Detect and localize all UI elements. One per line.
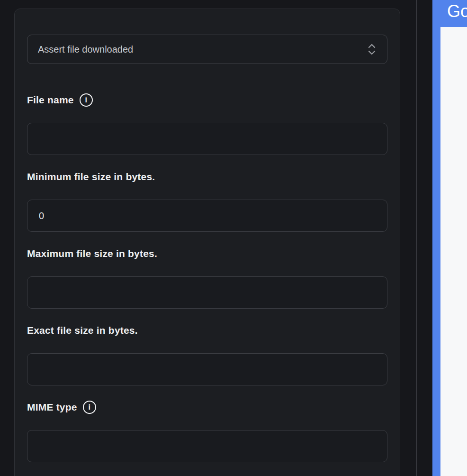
info-icon[interactable]: i [80,93,93,107]
preview-page-header: Go [432,0,467,27]
field-label-row: Maximum file size in bytes. [27,246,387,261]
step-editor-screen: Assert file downloaded File name i Minim… [0,0,467,476]
exact-file-size-input[interactable] [27,353,387,385]
browser-preview[interactable]: Go [432,0,467,476]
min-file-size-input[interactable] [27,200,387,232]
preview-page-body [440,27,467,476]
step-type-select[interactable]: Assert file downloaded [27,35,387,64]
field-label: Exact file size in bytes. [27,325,138,336]
field-label-row: MIME type i [27,400,387,415]
field-label-row: Minimum file size in bytes. [27,169,387,184]
field-label: Minimum file size in bytes. [27,171,155,183]
field-label: MIME type [27,402,77,413]
field-label: File name [27,94,74,106]
step-config-panel: Assert file downloaded File name i Minim… [14,9,400,476]
step-type-select-value: Assert file downloaded [38,44,133,55]
panel-resize-divider[interactable] [416,0,417,476]
field-label-row: Exact file size in bytes. [27,323,387,338]
field-label-row: File name i [27,92,387,108]
file-name-input[interactable] [27,123,387,155]
field-label: Maximum file size in bytes. [27,248,157,259]
max-file-size-input[interactable] [27,276,387,309]
info-icon[interactable]: i [83,401,96,414]
chevron-updown-icon [367,43,377,55]
mime-type-input[interactable] [27,430,387,462]
